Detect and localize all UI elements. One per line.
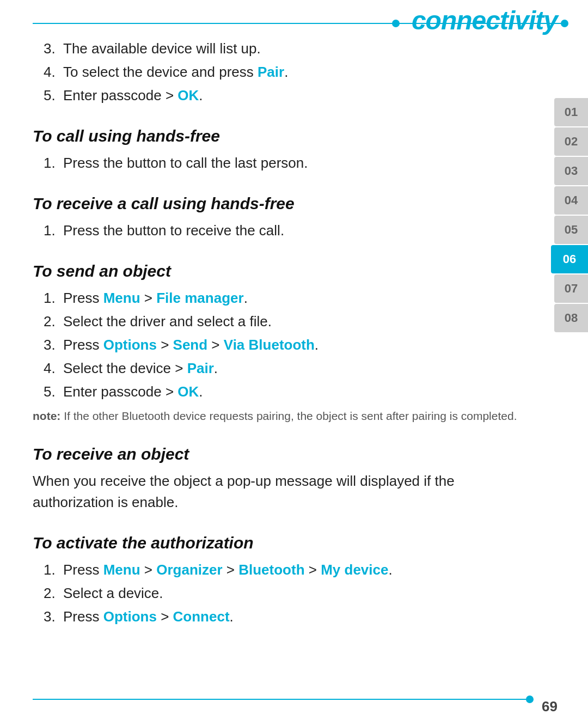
note-label: note: xyxy=(33,410,60,422)
footer-dot xyxy=(526,696,534,703)
list-number: 1. xyxy=(44,288,63,309)
list-number: 2. xyxy=(44,311,63,332)
nav-item-02[interactable]: 02 xyxy=(554,127,588,156)
organizer-link: Organizer xyxy=(156,562,222,578)
list-text: Press Options > Connect. xyxy=(63,606,234,627)
list-text: Press Menu > Organizer > Bluetooth > My … xyxy=(63,559,393,581)
my-device-link: My device xyxy=(321,562,388,578)
nav-item-05[interactable]: 05 xyxy=(554,216,588,244)
ok-link: OK xyxy=(177,87,199,103)
list-text: Select the driver and select a file. xyxy=(63,311,272,332)
pair-link: Pair xyxy=(258,64,284,80)
list-text: Press Options > Send > Via Bluetooth. xyxy=(63,334,318,356)
section-heading-hands-free-call: To call using hands-free xyxy=(33,124,528,148)
nav-item-04[interactable]: 04 xyxy=(554,186,588,215)
header-line-left xyxy=(33,23,403,24)
section-heading-send-object: To send an object xyxy=(33,259,528,283)
list-text: Press Menu > File manager. xyxy=(63,288,248,309)
bluetooth-link: Bluetooth xyxy=(238,562,304,578)
list-item: 3. Press Options > Send > Via Bluetooth. xyxy=(33,334,528,356)
list-text: The available device will list up. xyxy=(63,38,261,59)
list-number: 5. xyxy=(44,381,63,402)
list-text: Enter passcode > OK. xyxy=(63,381,203,402)
menu-link-2: Menu xyxy=(103,562,140,578)
section-heading-activate-auth: To activate the authorization xyxy=(33,530,528,555)
list-text: To select the device and press Pair. xyxy=(63,62,288,83)
list-number: 3. xyxy=(44,38,63,59)
list-number: 3. xyxy=(44,334,63,356)
receive-object-body: When you receive the object a pop-up mes… xyxy=(33,471,528,513)
nav-item-03[interactable]: 03 xyxy=(554,157,588,185)
list-item: 4. To select the device and press Pair. xyxy=(33,62,528,83)
menu-link: Menu xyxy=(103,290,140,306)
page-number: 69 xyxy=(542,698,558,715)
note-text: note: If the other Bluetooth device requ… xyxy=(33,408,528,424)
options-link-2: Options xyxy=(103,608,157,625)
list-number: 1. xyxy=(44,152,63,174)
list-number: 2. xyxy=(44,583,63,604)
list-item: 1. Press Menu > File manager. xyxy=(33,288,528,309)
list-text: Select the device > Pair. xyxy=(63,358,218,379)
header-dot-right xyxy=(561,20,568,27)
options-link: Options xyxy=(103,337,157,353)
main-content: 3. The available device will list up. 4.… xyxy=(33,38,528,682)
list-number: 5. xyxy=(44,85,63,106)
list-item: 2. Select the driver and select a file. xyxy=(33,311,528,332)
connect-link: Connect xyxy=(173,608,230,625)
header-dot-left xyxy=(392,20,400,27)
list-text: Press the button to call the last person… xyxy=(63,152,308,174)
list-number: 3. xyxy=(44,606,63,627)
list-number: 4. xyxy=(44,358,63,379)
section-heading-receive-object: To receive an object xyxy=(33,442,528,466)
nav-item-06[interactable]: 06 xyxy=(551,245,588,273)
footer-line xyxy=(33,699,534,700)
list-item: 3. The available device will list up. xyxy=(33,38,528,59)
nav-item-01[interactable]: 01 xyxy=(554,98,588,126)
list-item: 1. Press the button to receive the call. xyxy=(33,220,528,241)
list-item: 2. Select a device. xyxy=(33,583,528,604)
page-title: connectivity xyxy=(412,5,558,35)
send-link: Send xyxy=(173,337,208,353)
list-text: Press the button to receive the call. xyxy=(63,220,284,241)
list-item: 5. Enter passcode > OK. xyxy=(33,85,528,106)
side-navigation: 01 02 03 04 05 06 07 08 xyxy=(551,98,588,332)
list-item: 4. Select the device > Pair. xyxy=(33,358,528,379)
list-text: Select a device. xyxy=(63,583,163,604)
list-item: 1. Press the button to call the last per… xyxy=(33,152,528,174)
list-item: 1. Press Menu > Organizer > Bluetooth > … xyxy=(33,559,528,581)
file-manager-link: File manager xyxy=(156,290,243,306)
pair-link-2: Pair xyxy=(187,360,214,376)
list-item: 3. Press Options > Connect. xyxy=(33,606,528,627)
section-heading-receive-call: To receive a call using hands-free xyxy=(33,191,528,216)
list-number: 1. xyxy=(44,220,63,241)
list-number: 4. xyxy=(44,62,63,83)
list-item: 5. Enter passcode > OK. xyxy=(33,381,528,402)
list-number: 1. xyxy=(44,559,63,581)
nav-item-08[interactable]: 08 xyxy=(554,304,588,332)
via-bluetooth-link: Via Bluetooth xyxy=(224,337,315,353)
list-text: Enter passcode > OK. xyxy=(63,85,203,106)
ok-link-2: OK xyxy=(177,383,199,400)
nav-item-07[interactable]: 07 xyxy=(554,274,588,303)
